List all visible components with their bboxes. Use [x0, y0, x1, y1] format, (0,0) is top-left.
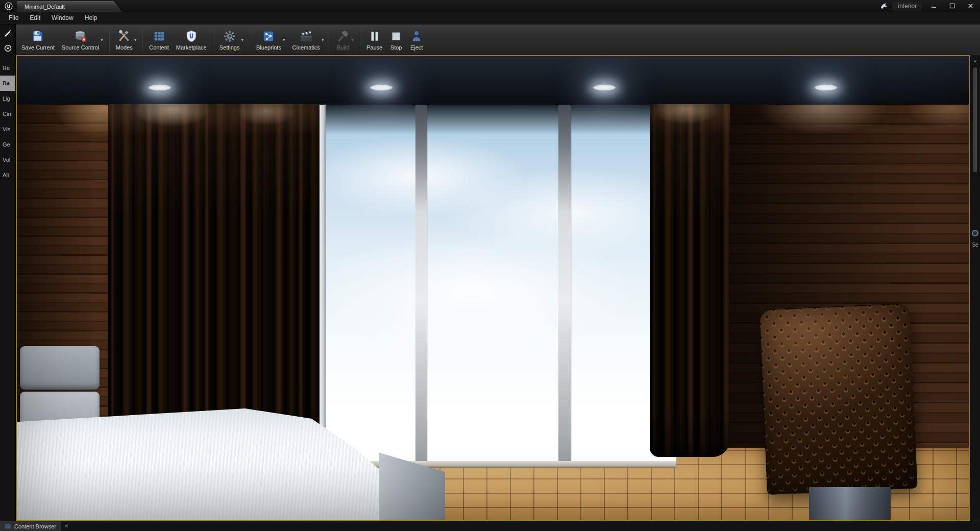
content-browser-tab-icon [5, 523, 11, 529]
toolbar-separator [330, 29, 330, 51]
save-current-button[interactable]: Save Current [18, 28, 58, 52]
chevron-down-icon[interactable]: ▾ [101, 37, 103, 42]
scene-window-mullion [558, 105, 571, 464]
right-collapsed-panel: « Se [970, 55, 980, 521]
scene-chair-base [809, 487, 891, 520]
toolbar-button-label: Blueprints [256, 44, 281, 51]
content-browser-icon [153, 29, 166, 43]
pause-icon [368, 29, 381, 43]
cinematics-button[interactable]: Cinematics ▾ [288, 28, 327, 52]
toolbar-button-label: Save Current [21, 44, 55, 51]
scene-tufted-chair [759, 303, 917, 495]
statusbar: Content Browser ✕ [0, 521, 980, 531]
eject-button[interactable]: Eject [406, 28, 427, 52]
toolbar-separator [109, 29, 110, 51]
toolbar-button-label: Stop [390, 44, 402, 51]
viewport-3d-scene[interactable] [17, 56, 969, 520]
toolbar-button-label: Source Control [62, 44, 99, 51]
collapsed-tab-label[interactable]: Se [970, 242, 980, 248]
toolbar-button-label: Cinematics [292, 44, 320, 51]
stop-icon [389, 29, 403, 43]
settings-gear-icon [223, 29, 236, 43]
close-button[interactable] [964, 2, 977, 11]
toolbar-separator [250, 29, 250, 51]
scrollbar-thumb[interactable] [973, 67, 977, 172]
toolbar-button-label: Modes [116, 44, 133, 51]
unreal-logo-icon [0, 0, 17, 12]
menu-help[interactable]: Help [79, 12, 103, 24]
modes-category-list: Re Ba Lig Cin Vis Ge Vol All [0, 60, 15, 183]
toolbar-button-label: Content [149, 44, 169, 51]
blueprints-button[interactable]: Blueprints ▾ [253, 28, 288, 52]
modes-category-geometry[interactable]: Ge [0, 137, 15, 152]
scene-window-mullion [415, 105, 426, 464]
build-button[interactable]: Build ▾ [333, 28, 357, 52]
toolbar-separator [142, 29, 143, 51]
lens-icon[interactable] [2, 42, 14, 54]
chevron-down-icon[interactable]: ▾ [322, 37, 324, 42]
settings-button[interactable]: Settings ▾ [216, 28, 247, 52]
toolbar-button-label: Pause [366, 44, 382, 51]
toolbar-separator [213, 29, 213, 51]
source-control-icon [74, 29, 87, 43]
eject-person-icon [410, 29, 423, 43]
close-icon[interactable]: ✕ [61, 521, 71, 531]
toolbar-button-label: Build [337, 44, 349, 51]
minimize-button[interactable] [927, 2, 940, 11]
scene-window-top-frame [307, 105, 677, 135]
modes-button[interactable]: Modes ▾ [112, 28, 140, 52]
modes-category-lights[interactable]: Lig [0, 91, 15, 106]
titlebar: Minimal_Default interior [0, 0, 980, 12]
level-tab[interactable]: Minimal_Default [17, 1, 122, 12]
modes-category-visual-effects[interactable]: Vis [0, 122, 15, 137]
modes-category-volumes[interactable]: Vol [0, 152, 15, 167]
main-toolbar: Save Current Source Control ▾ Modes ▾ [16, 25, 980, 55]
content-button[interactable]: Content [145, 28, 173, 52]
scene-ceiling [17, 56, 969, 107]
modes-category-recently-placed[interactable]: Re [0, 60, 15, 76]
modes-category-cinematic[interactable]: Cin [0, 106, 15, 122]
blueprints-icon [262, 29, 275, 43]
modes-icon [117, 29, 131, 43]
menu-window[interactable]: Window [46, 12, 79, 24]
modes-panel-collapsed: Re Ba Lig Cin Vis Ge Vol All [0, 25, 16, 521]
maximize-button[interactable] [945, 2, 959, 11]
chevron-down-icon[interactable]: ▾ [283, 37, 285, 42]
marketplace-button[interactable]: Marketplace [173, 28, 210, 52]
save-icon [31, 29, 44, 43]
chevron-down-icon[interactable]: ▾ [351, 37, 354, 42]
toolbar-button-label: Settings [219, 44, 240, 51]
unreal-editor-window: Minimal_Default interior File Edit Windo… [0, 0, 980, 531]
scene-curtain-left [108, 104, 322, 456]
marketplace-icon [185, 29, 198, 43]
scene-ceiling-light [370, 84, 393, 91]
menu-edit[interactable]: Edit [24, 12, 46, 24]
toolbar-button-label: Marketplace [176, 44, 207, 51]
chevron-down-icon[interactable]: ▾ [134, 37, 137, 42]
pie-viewport[interactable] [16, 55, 970, 521]
stop-button[interactable]: Stop [386, 28, 406, 52]
scene-window-sky [307, 105, 677, 465]
menu-file[interactable]: File [3, 12, 24, 24]
ue-swirl-icon [880, 2, 888, 10]
modes-category-basic[interactable]: Ba [0, 76, 15, 91]
titlebar-right: interior [880, 0, 980, 12]
content-browser-tab-label: Content Browser [14, 523, 56, 529]
clapperboard-icon [300, 29, 313, 43]
menubar: File Edit Window Help [0, 12, 980, 25]
source-control-button[interactable]: Source Control ▾ [58, 28, 107, 52]
scene-ceiling-light [148, 84, 172, 91]
chevron-down-icon[interactable]: ▾ [241, 37, 243, 42]
modes-category-all-classes[interactable]: All [0, 167, 15, 183]
content-browser-tab[interactable]: Content Browser [0, 521, 61, 531]
scene-ceiling-light [814, 84, 838, 91]
paint-brush-icon[interactable] [2, 27, 14, 39]
scene-window-frame [320, 105, 326, 463]
expand-panel-icon[interactable]: « [970, 58, 980, 64]
level-tab-label: Minimal_Default [24, 4, 65, 10]
collapsed-tab-icon[interactable] [972, 230, 978, 236]
pause-button[interactable]: Pause [363, 28, 386, 52]
scene-ceiling-light [593, 84, 616, 91]
scene-curtain-right [650, 104, 730, 456]
toolbar-separator [360, 29, 360, 51]
